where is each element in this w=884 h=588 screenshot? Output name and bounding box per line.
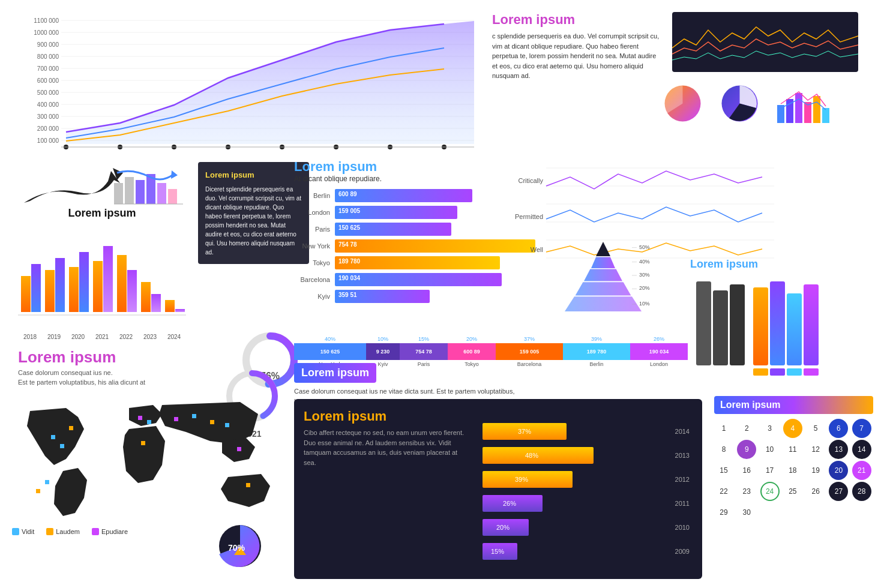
svg-rect-49 [21,276,31,312]
cal-day-8[interactable]: 8 [714,440,733,459]
svg-marker-76 [591,257,615,268]
svg-rect-99 [787,368,802,376]
svg-marker-47 [171,170,178,179]
svg-text:1000 000: 1000 000 [34,29,59,36]
cal-day-20[interactable]: 20 [829,461,848,480]
svg-text:1100 000: 1100 000 [34,17,59,24]
cal-day-19[interactable]: 19 [806,461,825,480]
svg-rect-115 [45,480,49,484]
cal-day-10[interactable]: 10 [760,440,780,459]
svg-rect-46 [168,189,177,204]
svg-text:700 000: 700 000 [37,65,59,72]
svg-text:20%: 20% [496,524,510,531]
svg-rect-55 [93,261,103,312]
svg-marker-22 [66,21,474,144]
cal-day-17[interactable]: 17 [760,461,780,480]
svg-text:2010: 2010 [675,524,690,531]
dark-lorem-text-box: Lorem ipsum Diceret splendide persequeri… [198,162,309,264]
cal-day-2[interactable]: 2 [737,419,756,438]
svg-rect-94 [770,281,785,365]
cal-day-30[interactable]: 30 [737,503,756,522]
bar-chart-lorem: Lorem ipsum [18,207,186,339]
cal-day-21[interactable]: 21 [852,461,871,480]
cal-day-6[interactable]: 6 [829,419,848,438]
svg-rect-52 [55,258,65,312]
cal-day-16[interactable]: 16 [737,461,756,480]
svg-rect-59 [141,282,151,312]
cal-day-23[interactable]: 23 [737,482,756,501]
pie-chart-2 [717,81,762,126]
svg-rect-108 [141,441,145,445]
svg-rect-114 [246,483,250,487]
svg-marker-78 [576,282,631,295]
cal-day-22[interactable]: 22 [714,482,733,501]
bar-chart-title: Lorem ipsum [18,207,186,220]
svg-rect-98 [770,368,785,376]
svg-text:39%: 39% [515,476,528,483]
svg-rect-50 [31,264,41,312]
svg-text:10%: 10% [639,301,650,307]
cal-day-14[interactable]: 14 [852,440,871,459]
svg-rect-42 [125,177,134,204]
svg-rect-54 [79,252,89,312]
cal-day-29[interactable]: 29 [714,503,733,522]
cal-day-24[interactable]: 24 [760,482,780,501]
map-legend: Vidit Laudem Epudiare [12,528,128,535]
svg-rect-38 [813,96,820,123]
cal-day-15[interactable]: 15 [714,461,733,480]
pie-70-label: 70% [228,543,245,553]
svg-rect-93 [753,287,768,365]
lorem-center-header: Lorem ipsum [294,363,376,383]
cal-day-11[interactable]: 11 [783,440,802,459]
legend-epudiare: Epudiare [92,528,128,535]
cal-day-27[interactable]: 27 [829,482,848,501]
color-bars-section: Lorem ipsum [690,258,870,378]
svg-rect-62 [175,309,185,312]
cal-day-28[interactable]: 28 [852,482,871,501]
svg-rect-53 [69,267,79,312]
svg-rect-51 [45,270,55,312]
svg-rect-61 [165,300,175,312]
cal-day-3[interactable]: 3 [760,419,780,438]
svg-rect-96 [804,284,819,365]
lorem-top-right-body: c splendide persequeris ea duo. Vel corr… [492,31,660,81]
cal-day-4[interactable]: 4 [783,419,802,438]
svg-rect-110 [192,414,196,418]
svg-text:48%: 48% [525,452,538,459]
svg-text:200 000: 200 000 [37,125,59,132]
svg-rect-111 [210,420,214,424]
svg-rect-107 [147,420,151,424]
top-line-chart: 1100 000 1000 000 900 000 800 000 700 00… [18,12,474,150]
city-label: Berlin [294,192,330,199]
cal-day-1[interactable]: 1 [714,419,733,438]
svg-text:30%: 30% [639,272,650,278]
cal-day-9[interactable]: 9 [737,440,756,459]
cal-day-5[interactable]: 5 [806,419,825,438]
svg-rect-36 [795,93,802,123]
svg-text:50%: 50% [639,244,650,250]
svg-rect-57 [117,255,127,312]
svg-rect-113 [237,447,241,451]
cal-day-18[interactable]: 18 [783,461,802,480]
svg-text:15%: 15% [491,548,504,555]
year-labels: 2018 2019 2020 2021 2022 2023 2024 [18,334,186,340]
lorem-top-right-block: Lorem ipsum c splendide persequeris ea d… [492,12,660,81]
svg-text:Critically: Critically [518,177,543,184]
svg-rect-97 [753,368,768,376]
svg-text:2012: 2012 [675,476,690,483]
pie-chart-1 [660,81,705,126]
mini-bar-chart [774,81,834,126]
svg-rect-43 [136,180,145,204]
cal-day-7[interactable]: 7 [852,419,871,438]
cal-day-13[interactable]: 13 [829,440,848,459]
cal-day-12[interactable]: 12 [806,440,825,459]
svg-text:37%: 37% [518,428,531,435]
cal-day-26[interactable]: 26 [806,482,825,501]
svg-text:2011: 2011 [675,500,690,507]
svg-text:300 000: 300 000 [37,113,59,120]
city-row-kyiv: Kyiv 359 51 [294,290,546,303]
lorem-bottom-left-block: Lorem ipsum Case dolorum consequat ius n… [18,348,228,386]
svg-rect-112 [225,423,229,427]
svg-text:600 000: 600 000 [37,77,59,84]
cal-day-25[interactable]: 25 [783,482,802,501]
